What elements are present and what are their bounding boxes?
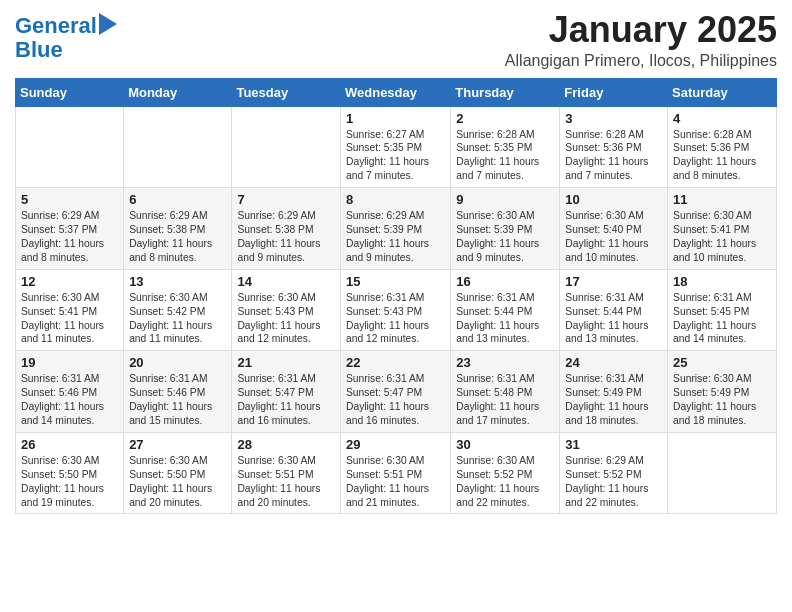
logo-subtext: Blue <box>15 38 117 62</box>
cell-info: Sunrise: 6:30 AMSunset: 5:49 PMDaylight:… <box>673 372 771 428</box>
calendar-cell: 28Sunrise: 6:30 AMSunset: 5:51 PMDayligh… <box>232 432 341 514</box>
calendar-cell: 17Sunrise: 6:31 AMSunset: 5:44 PMDayligh… <box>560 269 668 351</box>
cell-info: Sunrise: 6:31 AMSunset: 5:46 PMDaylight:… <box>21 372 118 428</box>
day-number: 26 <box>21 437 118 452</box>
svg-marker-0 <box>99 13 117 35</box>
calendar-week-row: 19Sunrise: 6:31 AMSunset: 5:46 PMDayligh… <box>16 351 777 433</box>
calendar-cell: 6Sunrise: 6:29 AMSunset: 5:38 PMDaylight… <box>124 188 232 270</box>
calendar-cell: 15Sunrise: 6:31 AMSunset: 5:43 PMDayligh… <box>340 269 450 351</box>
cell-info: Sunrise: 6:28 AMSunset: 5:36 PMDaylight:… <box>565 128 662 184</box>
logo: General Blue <box>15 14 117 62</box>
calendar-cell: 14Sunrise: 6:30 AMSunset: 5:43 PMDayligh… <box>232 269 341 351</box>
calendar-cell: 3Sunrise: 6:28 AMSunset: 5:36 PMDaylight… <box>560 106 668 188</box>
day-number: 10 <box>565 192 662 207</box>
cell-info: Sunrise: 6:29 AMSunset: 5:52 PMDaylight:… <box>565 454 662 510</box>
cell-info: Sunrise: 6:27 AMSunset: 5:35 PMDaylight:… <box>346 128 445 184</box>
calendar-cell: 25Sunrise: 6:30 AMSunset: 5:49 PMDayligh… <box>668 351 777 433</box>
day-number: 27 <box>129 437 226 452</box>
cell-info: Sunrise: 6:30 AMSunset: 5:43 PMDaylight:… <box>237 291 335 347</box>
title-block: January 2025 Allangigan Primero, Ilocos,… <box>505 10 777 70</box>
cell-info: Sunrise: 6:30 AMSunset: 5:41 PMDaylight:… <box>673 209 771 265</box>
weekday-header-friday: Friday <box>560 78 668 106</box>
day-number: 11 <box>673 192 771 207</box>
calendar-cell: 10Sunrise: 6:30 AMSunset: 5:40 PMDayligh… <box>560 188 668 270</box>
day-number: 24 <box>565 355 662 370</box>
cell-info: Sunrise: 6:29 AMSunset: 5:38 PMDaylight:… <box>129 209 226 265</box>
cell-info: Sunrise: 6:28 AMSunset: 5:36 PMDaylight:… <box>673 128 771 184</box>
cell-info: Sunrise: 6:29 AMSunset: 5:39 PMDaylight:… <box>346 209 445 265</box>
cell-info: Sunrise: 6:31 AMSunset: 5:43 PMDaylight:… <box>346 291 445 347</box>
day-number: 2 <box>456 111 554 126</box>
cell-info: Sunrise: 6:30 AMSunset: 5:51 PMDaylight:… <box>237 454 335 510</box>
cell-info: Sunrise: 6:30 AMSunset: 5:52 PMDaylight:… <box>456 454 554 510</box>
cell-info: Sunrise: 6:31 AMSunset: 5:44 PMDaylight:… <box>565 291 662 347</box>
weekday-header-sunday: Sunday <box>16 78 124 106</box>
calendar-cell <box>124 106 232 188</box>
location-title: Allangigan Primero, Ilocos, Philippines <box>505 52 777 70</box>
day-number: 1 <box>346 111 445 126</box>
day-number: 18 <box>673 274 771 289</box>
calendar-cell: 11Sunrise: 6:30 AMSunset: 5:41 PMDayligh… <box>668 188 777 270</box>
calendar-cell: 31Sunrise: 6:29 AMSunset: 5:52 PMDayligh… <box>560 432 668 514</box>
day-number: 30 <box>456 437 554 452</box>
calendar-cell: 18Sunrise: 6:31 AMSunset: 5:45 PMDayligh… <box>668 269 777 351</box>
calendar-cell <box>16 106 124 188</box>
day-number: 8 <box>346 192 445 207</box>
calendar-table: SundayMondayTuesdayWednesdayThursdayFrid… <box>15 78 777 515</box>
day-number: 7 <box>237 192 335 207</box>
calendar-cell: 30Sunrise: 6:30 AMSunset: 5:52 PMDayligh… <box>451 432 560 514</box>
weekday-header-monday: Monday <box>124 78 232 106</box>
cell-info: Sunrise: 6:29 AMSunset: 5:38 PMDaylight:… <box>237 209 335 265</box>
day-number: 16 <box>456 274 554 289</box>
day-number: 20 <box>129 355 226 370</box>
day-number: 9 <box>456 192 554 207</box>
cell-info: Sunrise: 6:31 AMSunset: 5:47 PMDaylight:… <box>346 372 445 428</box>
calendar-week-row: 5Sunrise: 6:29 AMSunset: 5:37 PMDaylight… <box>16 188 777 270</box>
weekday-header-tuesday: Tuesday <box>232 78 341 106</box>
calendar-cell: 1Sunrise: 6:27 AMSunset: 5:35 PMDaylight… <box>340 106 450 188</box>
calendar-cell: 22Sunrise: 6:31 AMSunset: 5:47 PMDayligh… <box>340 351 450 433</box>
day-number: 23 <box>456 355 554 370</box>
day-number: 13 <box>129 274 226 289</box>
header: General Blue January 2025 Allangigan Pri… <box>15 10 777 70</box>
calendar-cell: 9Sunrise: 6:30 AMSunset: 5:39 PMDaylight… <box>451 188 560 270</box>
cell-info: Sunrise: 6:30 AMSunset: 5:50 PMDaylight:… <box>129 454 226 510</box>
calendar-cell: 21Sunrise: 6:31 AMSunset: 5:47 PMDayligh… <box>232 351 341 433</box>
day-number: 4 <box>673 111 771 126</box>
calendar-cell <box>232 106 341 188</box>
calendar-cell: 29Sunrise: 6:30 AMSunset: 5:51 PMDayligh… <box>340 432 450 514</box>
cell-info: Sunrise: 6:30 AMSunset: 5:41 PMDaylight:… <box>21 291 118 347</box>
calendar-header-row: SundayMondayTuesdayWednesdayThursdayFrid… <box>16 78 777 106</box>
day-number: 12 <box>21 274 118 289</box>
cell-info: Sunrise: 6:31 AMSunset: 5:46 PMDaylight:… <box>129 372 226 428</box>
calendar-cell: 2Sunrise: 6:28 AMSunset: 5:35 PMDaylight… <box>451 106 560 188</box>
day-number: 29 <box>346 437 445 452</box>
calendar-week-row: 26Sunrise: 6:30 AMSunset: 5:50 PMDayligh… <box>16 432 777 514</box>
calendar-week-row: 12Sunrise: 6:30 AMSunset: 5:41 PMDayligh… <box>16 269 777 351</box>
cell-info: Sunrise: 6:30 AMSunset: 5:42 PMDaylight:… <box>129 291 226 347</box>
calendar-cell: 24Sunrise: 6:31 AMSunset: 5:49 PMDayligh… <box>560 351 668 433</box>
weekday-header-saturday: Saturday <box>668 78 777 106</box>
month-title: January 2025 <box>505 10 777 50</box>
logo-icon <box>99 13 117 35</box>
day-number: 22 <box>346 355 445 370</box>
cell-info: Sunrise: 6:30 AMSunset: 5:51 PMDaylight:… <box>346 454 445 510</box>
calendar-cell: 19Sunrise: 6:31 AMSunset: 5:46 PMDayligh… <box>16 351 124 433</box>
day-number: 15 <box>346 274 445 289</box>
cell-info: Sunrise: 6:29 AMSunset: 5:37 PMDaylight:… <box>21 209 118 265</box>
day-number: 3 <box>565 111 662 126</box>
day-number: 14 <box>237 274 335 289</box>
day-number: 25 <box>673 355 771 370</box>
day-number: 19 <box>21 355 118 370</box>
page-container: General Blue January 2025 Allangigan Pri… <box>0 0 792 529</box>
day-number: 6 <box>129 192 226 207</box>
day-number: 31 <box>565 437 662 452</box>
weekday-header-thursday: Thursday <box>451 78 560 106</box>
logo-text: General <box>15 14 97 38</box>
cell-info: Sunrise: 6:31 AMSunset: 5:45 PMDaylight:… <box>673 291 771 347</box>
cell-info: Sunrise: 6:30 AMSunset: 5:40 PMDaylight:… <box>565 209 662 265</box>
calendar-cell: 4Sunrise: 6:28 AMSunset: 5:36 PMDaylight… <box>668 106 777 188</box>
calendar-cell: 13Sunrise: 6:30 AMSunset: 5:42 PMDayligh… <box>124 269 232 351</box>
weekday-header-wednesday: Wednesday <box>340 78 450 106</box>
day-number: 17 <box>565 274 662 289</box>
